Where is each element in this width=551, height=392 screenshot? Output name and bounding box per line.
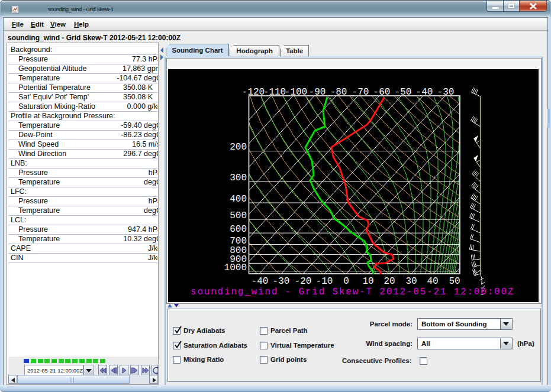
svg-text:400: 400 [230, 194, 247, 205]
svg-text:-10: -10 [316, 276, 333, 287]
svg-text:-20: -20 [295, 276, 312, 287]
svg-text:-30: -30 [273, 276, 290, 287]
svg-text:-30: -30 [437, 87, 455, 98]
svg-text:50: 50 [449, 276, 460, 287]
svg-text:-120: -120 [242, 87, 265, 98]
svg-text:300: 300 [230, 173, 247, 183]
svg-text:-70: -70 [352, 87, 369, 98]
svg-text:1000: 1000 [224, 263, 247, 273]
svg-text:-100: -100 [285, 87, 307, 98]
svg-text:0: 0 [343, 276, 349, 287]
svg-text:-90: -90 [309, 87, 326, 98]
svg-text:sounding_wind - Grid Skew-T 20: sounding_wind - Grid Skew-T 2012-05-21 1… [191, 287, 514, 297]
svg-text:500: 500 [230, 210, 247, 221]
svg-text:600: 600 [230, 224, 247, 235]
svg-text:-80: -80 [330, 87, 347, 98]
svg-text:40: 40 [427, 276, 438, 287]
svg-text:-40: -40 [252, 276, 269, 287]
svg-text:-110: -110 [263, 87, 286, 98]
svg-text:-40: -40 [416, 87, 433, 98]
svg-text:-50: -50 [395, 87, 412, 98]
svg-text:-60: -60 [373, 87, 391, 98]
svg-text:10: 10 [362, 276, 373, 287]
svg-text:200: 200 [230, 142, 247, 153]
svg-text:30: 30 [405, 276, 417, 287]
svg-text:20: 20 [384, 276, 395, 287]
